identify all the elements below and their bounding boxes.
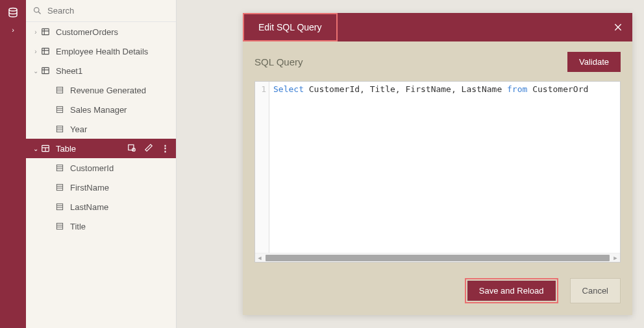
tree-item-table[interactable]: ⌄Table⋮ [26, 139, 176, 158]
tree-item-label: Employee Health Details [56, 47, 176, 56]
tree-item-label: Revenue Generated [70, 86, 176, 95]
sql-keyword: Select [273, 84, 304, 94]
modal-footer: Save and Reload Cancel [243, 269, 632, 315]
search-input[interactable] [47, 6, 169, 16]
cancel-button[interactable]: Cancel [570, 278, 621, 303]
tree-item-label: Sales Manager [70, 105, 176, 115]
svg-rect-32 [56, 204, 62, 209]
column-icon [55, 221, 65, 231]
tree-item-sales-manager[interactable]: Sales Manager [26, 100, 176, 119]
modal-header: Edit SQL Query [243, 13, 632, 41]
line-gutter: 1 [255, 82, 269, 262]
close-icon [613, 22, 623, 32]
modal-body: SQL Query Validate 1 Select CustomerId, … [243, 41, 632, 269]
svg-point-0 [9, 8, 17, 12]
svg-rect-35 [56, 223, 62, 229]
tree-item-label: Title [70, 222, 176, 231]
column-icon [55, 85, 65, 95]
tree-item-customerid[interactable]: CustomerId [26, 158, 176, 178]
database-icon[interactable] [5, 5, 21, 21]
tree-item-label: CustomerOrders [56, 27, 176, 37]
chevron-down-icon[interactable]: ⌄ [31, 67, 40, 75]
sql-editor[interactable]: 1 Select CustomerId, Title, FirstName, L… [254, 81, 621, 263]
edit-sql-modal: Edit SQL Query SQL Query Validate 1 Sele… [243, 13, 632, 315]
svg-point-1 [34, 8, 40, 13]
tree-item-label: Sheet1 [56, 66, 176, 76]
svg-rect-18 [56, 126, 62, 132]
svg-rect-24 [129, 145, 134, 150]
column-icon [55, 202, 65, 212]
scroll-thumb[interactable] [266, 255, 610, 261]
save-and-reload-button[interactable]: Save and Reload [467, 281, 556, 301]
edit-icon[interactable] [144, 143, 153, 154]
save-highlight: Save and Reload [465, 278, 558, 303]
chevron-right-icon[interactable]: › [31, 48, 40, 55]
tree-item-sheet1[interactable]: ⌄Sheet1 [26, 61, 176, 80]
svg-line-2 [38, 12, 40, 14]
tree-item-firstname[interactable]: FirstName [26, 178, 176, 197]
tree-panel: ›CustomerOrders›Employee Health Details⌄… [26, 0, 177, 328]
modal-title: Edit SQL Query [243, 13, 338, 41]
left-rail: › [0, 0, 26, 328]
column-icon [55, 182, 65, 193]
search-row [26, 0, 176, 22]
sql-text: CustomerId, Title, FirstName, LastName [304, 84, 507, 94]
tree-item-label: LastName [70, 202, 176, 212]
column-icon [55, 104, 65, 115]
svg-rect-15 [56, 106, 62, 112]
tree-item-label: FirstName [70, 183, 176, 193]
close-button[interactable] [604, 13, 632, 41]
item-actions: ⋮ [127, 143, 176, 154]
tree-item-year[interactable]: Year [26, 119, 176, 139]
main-area: Edit SQL Query SQL Query Validate 1 Sele… [177, 0, 644, 328]
tree-list: ›CustomerOrders›Employee Health Details⌄… [26, 22, 176, 328]
svg-rect-3 [42, 29, 49, 34]
horizontal-scrollbar[interactable]: ◄ ► [255, 253, 620, 262]
sql-keyword: from [507, 84, 527, 94]
sql-text: CustomerOrd [527, 84, 588, 94]
scroll-left-icon[interactable]: ◄ [255, 253, 264, 263]
search-icon [32, 6, 42, 16]
table-icon [40, 46, 51, 56]
svg-rect-12 [56, 87, 62, 93]
tree-item-lastname[interactable]: LastName [26, 197, 176, 217]
more-icon[interactable]: ⋮ [161, 143, 169, 154]
column-icon [55, 124, 65, 134]
scroll-right-icon[interactable]: ► [611, 253, 620, 263]
chevron-down-icon[interactable]: ⌄ [31, 145, 40, 152]
query-icon[interactable] [127, 143, 136, 154]
svg-rect-26 [56, 165, 62, 170]
tree-item-employee-health-details[interactable]: ›Employee Health Details [26, 41, 176, 61]
chevron-right-icon[interactable]: › [5, 22, 21, 38]
svg-rect-9 [42, 67, 49, 73]
tree-item-revenue-generated[interactable]: Revenue Generated [26, 80, 176, 100]
tree-item-title[interactable]: Title [26, 217, 176, 236]
sql-query-label: SQL Query [254, 56, 303, 67]
tree-item-label: Year [70, 124, 176, 134]
chevron-right-icon[interactable]: › [31, 29, 40, 36]
column-icon [55, 163, 65, 173]
svg-rect-29 [56, 184, 62, 190]
tree-item-label: CustomerId [70, 163, 176, 173]
svg-rect-6 [42, 48, 49, 54]
validate-button[interactable]: Validate [567, 52, 621, 72]
tree-item-customerorders[interactable]: ›CustomerOrders [26, 22, 176, 41]
table-icon [40, 65, 51, 76]
query-icon [40, 143, 51, 154]
tree-item-label: Table [56, 144, 127, 154]
table-icon [40, 27, 51, 37]
code-area[interactable]: Select CustomerId, Title, FirstName, Las… [269, 82, 620, 262]
